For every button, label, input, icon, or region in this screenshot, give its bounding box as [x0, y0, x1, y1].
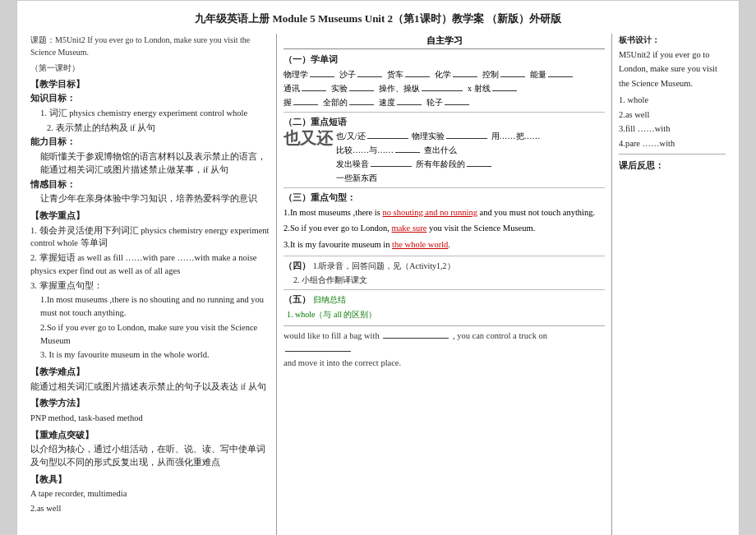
- knowledge-header: 知识目标：: [30, 92, 270, 105]
- self-study-header: 自主学习: [284, 34, 605, 50]
- vocab-grip: 握: [284, 96, 320, 108]
- sentence2-pre: 2.So if you ever go to London,: [284, 224, 392, 233]
- key-sentence-1: 1.In most museums ,there is no shouting …: [284, 206, 605, 220]
- bottom-blank1: [383, 338, 449, 339]
- sentence3-end: .: [448, 240, 450, 249]
- activity-intro: 1.听录音，回答问题，见（Activity1,2）: [313, 261, 455, 270]
- method-text: PNP method, task-based method: [30, 412, 270, 425]
- big-chars: 也又还: [284, 130, 333, 146]
- course-title-2: （第一课时）: [30, 62, 270, 74]
- phrase-find-out: 查出什么: [424, 145, 457, 155]
- phrase-new-things: 一些新东西: [336, 172, 541, 184]
- five-1: 1. whole（与 all 的区别）: [287, 308, 605, 321]
- vocab-comm: 通讯: [284, 82, 328, 95]
- sentence3-underline: the whole world: [392, 240, 448, 249]
- sentence2-underline: make sure: [392, 224, 427, 233]
- tools-1: A tape recorder, multimedia: [30, 487, 270, 500]
- vocab-physics: 物理学: [284, 68, 336, 81]
- key-sentences-header: （三）重点句型：: [284, 191, 605, 205]
- bottom-text1: would like to fill a bag with: [284, 331, 380, 340]
- board-line3: the Science Museum.: [619, 77, 726, 90]
- vocab-speed: 速度: [379, 96, 423, 108]
- phrase-compare: 比较……与……: [336, 145, 422, 155]
- bottom-blank2: [285, 351, 351, 352]
- knowledge-2: 2. 表示禁止的结构及 if 从句: [30, 122, 270, 135]
- vocab-wheel: 轮子: [426, 96, 471, 108]
- phrases-content: 也/又/还 物理实验 用……把…… 比较……与…… 查出什么 发出噪音 所有年龄…: [336, 130, 541, 184]
- ability-text: 能听懂关于参观博物馆的语言材料以及表示禁止的语言，能通过相关词汇或图片描述禁止做…: [30, 150, 270, 177]
- phrase-physics-exp: 物理实验: [412, 131, 489, 141]
- vocab-energy: 能量: [530, 68, 574, 81]
- teaching-goals-header: 【教学目标】: [30, 77, 270, 91]
- board-header: 板书设计：: [619, 34, 726, 46]
- vocab-truck: 货车: [387, 68, 431, 81]
- reflection-header: 课后反思：: [619, 159, 726, 173]
- vocab-row-3: 握 全部的 速度 轮子: [284, 96, 605, 108]
- phrase-all-ages: 所有年龄段的: [416, 159, 493, 168]
- board-item2: 2.as well: [619, 108, 726, 122]
- method-header: 【教学方法】: [30, 396, 270, 410]
- board-item1: 1. whole: [619, 94, 726, 107]
- main-page: 九年级英语上册 Module 5 Museums Unit 2（第1课时）教学案…: [16, 0, 740, 535]
- phrase-also: 也/又/还: [336, 131, 410, 141]
- activity-header: （四） 1.听录音，回答问题，见（Activity1,2）: [284, 259, 605, 273]
- sentence1-pre: 1.In most museums ,there is: [284, 208, 382, 217]
- activity-2: 2. 小组合作翻译课文: [293, 274, 605, 286]
- focus-text: 能通过相关词汇或图片描述表示禁止的句子以及表达 if 从句: [30, 380, 270, 394]
- sentence1-end: and you must not touch anything.: [477, 208, 595, 217]
- left-column: 课题：M5Unit2 If you ever go to London, mak…: [30, 34, 277, 536]
- focus-header: 【教学难点】: [30, 365, 270, 379]
- phrase-noise: 发出噪音: [336, 159, 413, 168]
- tools-2: 2.as well: [30, 502, 270, 515]
- vocab-experiment: 实验: [331, 82, 376, 95]
- key-sentence-3: 3.It is my favourite museum in the whole…: [284, 238, 605, 252]
- right-column: 板书设计： M5Unit2 if you ever go to London, …: [619, 34, 726, 536]
- sentence-3: 3. It is my favourite museum in the whol…: [30, 348, 270, 362]
- board-line2: London, make sure you visit: [619, 62, 726, 76]
- bottom-fill-text: would like to fill a bag with , you can …: [284, 330, 605, 356]
- vocab-row-1: 物理学 沙子 货车 化学 控制 能量: [284, 68, 605, 81]
- five-header: （五） 归纳总结: [284, 293, 605, 307]
- key-points-2: 2. 掌握短语 as well as fill ……with pare ……wi…: [30, 251, 270, 278]
- bottom-section: would like to fill a bag with , you can …: [284, 325, 605, 370]
- emotion-header: 情感目标：: [30, 178, 270, 191]
- sentence1-underline: no shouting and no running: [382, 208, 477, 217]
- vocab-xray: x 射线: [468, 82, 519, 95]
- board-item4: 4.pare ……with: [619, 137, 726, 150]
- key-points-3: 3. 掌握重点句型：: [30, 279, 270, 293]
- knowledge-1: 1. 词汇 physics chemistry energy experimen…: [30, 107, 270, 120]
- sentence3-pre: 3.It is my favourite museum in: [284, 240, 392, 249]
- middle-column: 自主学习 （一）学单词 物理学 沙子 货车 化学 控制 能量 通讯 实验 操作、…: [284, 34, 612, 536]
- sentence-1: 1.In most museums ,there is no shouting …: [30, 293, 270, 320]
- key-break-header: 【重难点突破】: [30, 428, 270, 442]
- vocab-chemistry: 化学: [435, 68, 479, 81]
- vocab-control: 控制: [482, 68, 527, 81]
- page-title: 九年级英语上册 Module 5 Museums Unit 2（第1课时）教学案…: [30, 11, 726, 27]
- vocab-whole: 全部的: [323, 96, 376, 108]
- key-points-1: 1. 领会并灵活使用下列词汇 physics chemistry energy …: [30, 224, 270, 251]
- vocab-operate: 操作、操纵: [379, 82, 464, 95]
- key-points-header: 【教学重点】: [30, 209, 270, 223]
- board-line1: M5Unit2 if you ever go to: [619, 48, 726, 62]
- five-text: 归纳总结: [313, 295, 346, 304]
- bottom-text3: and move it into the correct place.: [284, 357, 605, 370]
- phrase-fill-with: 用……把……: [491, 131, 541, 141]
- key-break-text: 以介绍为核心，通过小组活动，在听、说、读、写中使单词及句型以不同的形式反复出现，…: [30, 443, 270, 469]
- ability-header: 能力目标：: [30, 136, 270, 149]
- bottom-text2: , you can control a truck on: [453, 331, 547, 340]
- board-item3: 3.fill ……with: [619, 122, 726, 136]
- vocab-sand: 沙子: [339, 68, 384, 81]
- vocab-row-2: 通讯 实验 操作、操纵 x 射线: [284, 82, 605, 95]
- sentence2-end: you visit the Science Museum.: [426, 224, 535, 233]
- vocab-section-title: （一）学单词: [284, 53, 605, 67]
- key-sentence-2: 2.So if you ever go to London, make sure…: [284, 222, 605, 236]
- course-title-1: 课题：M5Unit2 If you ever go to London, mak…: [30, 34, 270, 58]
- key-phrases-header: （二）重点短语: [284, 115, 605, 129]
- tools-header: 【教具】: [30, 473, 270, 487]
- sentence-2: 2.So if you ever go to London, make sure…: [30, 321, 270, 348]
- emotion-text: 让青少年在亲身体验中学习知识，培养热爱科学的意识: [30, 192, 270, 205]
